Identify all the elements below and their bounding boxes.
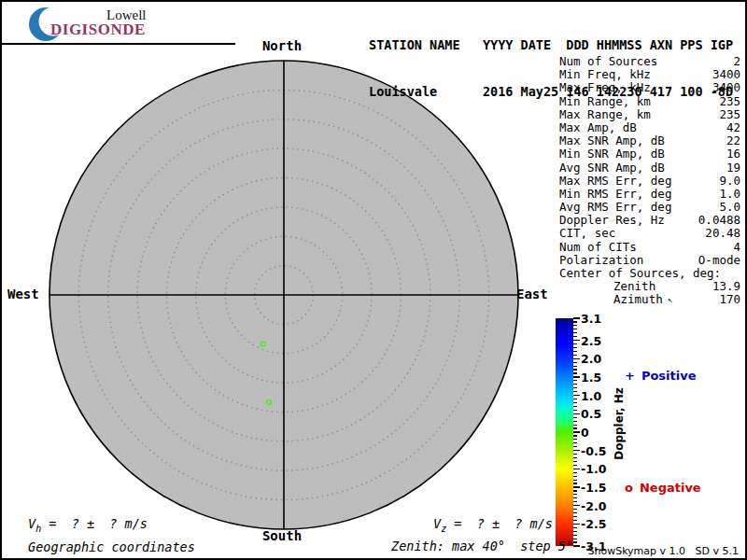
colorbar-minor-tick — [573, 535, 577, 536]
colorbar-minor-tick — [573, 461, 577, 462]
stats-value: 235 — [719, 108, 740, 121]
colorbar-major-tick — [573, 413, 580, 414]
coordinate-system-label: Geographic coordinates — [28, 539, 195, 554]
colorbar-minor-tick — [573, 501, 577, 502]
colorbar-minor-tick — [573, 372, 577, 373]
stats-label: Center of Sources, deg: — [559, 267, 721, 280]
colorbar-minor-tick — [573, 421, 577, 422]
stats-label: Min RMS Err, deg — [559, 188, 671, 201]
station-header-columns: STATION NAME YYYY DATE DDD HHMMSS AXN PP… — [369, 37, 733, 53]
colorbar-minor-tick — [573, 329, 577, 329]
stats-row: Azimuth↖170 — [559, 293, 740, 306]
colorbar-minor-tick — [573, 351, 577, 352]
stats-label: Avg SNR Amp, dB — [559, 161, 665, 175]
colorbar-minor-tick — [573, 457, 577, 458]
colorbar-major-tick — [573, 505, 580, 506]
colorbar-minor-tick — [573, 402, 577, 403]
stats-label: Max RMS Err, deg — [559, 175, 671, 188]
stats-value: O-mode — [698, 254, 740, 267]
stats-value: 42 — [726, 121, 740, 134]
stats-label: Azimuth↖ — [559, 293, 672, 306]
stats-label: Max Freq, kHz — [559, 81, 651, 94]
colorbar-minor-tick — [573, 343, 577, 344]
colorbar-major-tick — [573, 395, 580, 396]
colorbar-minor-tick — [573, 541, 577, 542]
stats-label: Num of CITs — [559, 241, 637, 254]
stats-value: 1.0 — [719, 188, 740, 201]
colorbar-tick-label: -2.5 — [581, 517, 606, 531]
zenith-scale-note: Zenith: max 40° step 5° — [391, 539, 573, 553]
colorbar-minor-tick — [573, 321, 577, 322]
colorbar-minor-tick — [573, 512, 577, 513]
colorbar-minor-tick — [573, 520, 577, 521]
colorbar-minor-tick — [573, 497, 577, 498]
compass-east-label: East — [516, 287, 548, 301]
stats-value: 9.0 — [719, 175, 740, 188]
vertical-velocity-readout: Vz = ? ± ? m/s — [433, 516, 553, 534]
colorbar-minor-tick — [573, 531, 577, 532]
software-version-label: ShowSkymap v 1.0 SD v 5.1 — [587, 545, 739, 557]
colorbar-major-tick — [573, 469, 580, 469]
colorbar-tick-label: -2.0 — [581, 498, 606, 512]
colorbar-minor-tick — [573, 410, 577, 411]
colorbar-tick-label: 3.1 — [581, 312, 601, 326]
compass-south-label: South — [262, 528, 302, 543]
colorbar-tick-label: 0 — [581, 426, 589, 440]
stats-value: 3400 — [712, 68, 740, 81]
stats-row: Avg RMS Err, deg5.0 — [559, 201, 740, 214]
legend-negative: oNegative — [625, 481, 701, 495]
stats-label: Max Range, km — [559, 108, 651, 121]
colorbar-tick-label: -1.5 — [581, 481, 606, 495]
stats-row: Avg SNR Amp, dB19 — [559, 161, 740, 175]
stats-row: Min Freq, kHz3400 — [559, 68, 740, 81]
colorbar-minor-tick — [573, 516, 577, 517]
azimuth-direction-arrow-icon: ↖ — [668, 295, 672, 304]
stats-value: 20.48 — [705, 227, 740, 240]
colorbar-minor-tick — [573, 399, 577, 399]
stats-label: Num of Sources — [559, 55, 657, 68]
stats-row: Max Range, km235 — [559, 108, 740, 121]
stats-value: 5.0 — [719, 201, 740, 214]
colorbar-tick-label: 1.0 — [581, 388, 601, 402]
colorbar-minor-tick — [573, 384, 577, 385]
legend-negative-label: Negative — [640, 481, 701, 495]
colorbar-minor-tick — [573, 325, 577, 326]
logo-digisonde-text: DIGISONDE — [50, 21, 146, 39]
stats-row: Max Freq, kHz3400 — [559, 81, 740, 94]
colorbar-minor-tick — [573, 465, 577, 466]
colorbar-minor-tick — [573, 387, 577, 388]
colorbar-minor-tick — [573, 439, 577, 440]
colorbar-minor-tick — [573, 427, 577, 428]
stats-row: Max Amp, dB42 — [559, 121, 740, 134]
colorbar-minor-tick — [573, 435, 577, 436]
colorbar-minor-tick — [573, 509, 577, 510]
colorbar-tick-label: 0.5 — [581, 407, 601, 421]
stats-row: Num of Sources2 — [559, 55, 740, 68]
stats-value: 13.9 — [712, 280, 740, 293]
colorbar-minor-tick — [573, 483, 577, 483]
stats-value: 19 — [726, 161, 740, 175]
stats-row: Max RMS Err, deg9.0 — [559, 175, 740, 188]
stats-value: 0.0488 — [698, 214, 740, 227]
positive-marker-icon: + — [625, 369, 635, 383]
showskymap-window: Lowell DIGISONDE STATION NAME YYYY DATE … — [0, 0, 747, 560]
stats-label: Max Amp, dB — [559, 121, 637, 134]
colorbar-minor-tick — [573, 336, 577, 337]
stats-row: Zenith13.9 — [559, 280, 740, 293]
stats-value: 16 — [726, 147, 740, 161]
horizontal-velocity-readout: Vh = ? ± ? m/s — [28, 516, 148, 534]
legend-positive-label: Positive — [641, 369, 697, 383]
stats-label: Doppler Res, Hz — [559, 214, 665, 227]
vz-symbol: V — [433, 516, 441, 531]
compass-north-label: North — [262, 38, 302, 53]
colorbar-minor-tick — [573, 366, 577, 367]
colorbar-axis-label: Doppler, Hz — [613, 387, 626, 460]
vh-symbol: V — [28, 516, 35, 531]
colorbar-major-tick — [573, 431, 580, 432]
colorbar-tick-label: 1.5 — [581, 370, 601, 384]
stats-label: Max SNR Amp, dB — [559, 134, 665, 147]
stats-value: 235 — [719, 95, 740, 108]
colorbar-tick-label: -1.0 — [581, 462, 606, 476]
stats-row: PolarizationO-mode — [559, 254, 740, 267]
colorbar-minor-tick — [573, 480, 577, 481]
